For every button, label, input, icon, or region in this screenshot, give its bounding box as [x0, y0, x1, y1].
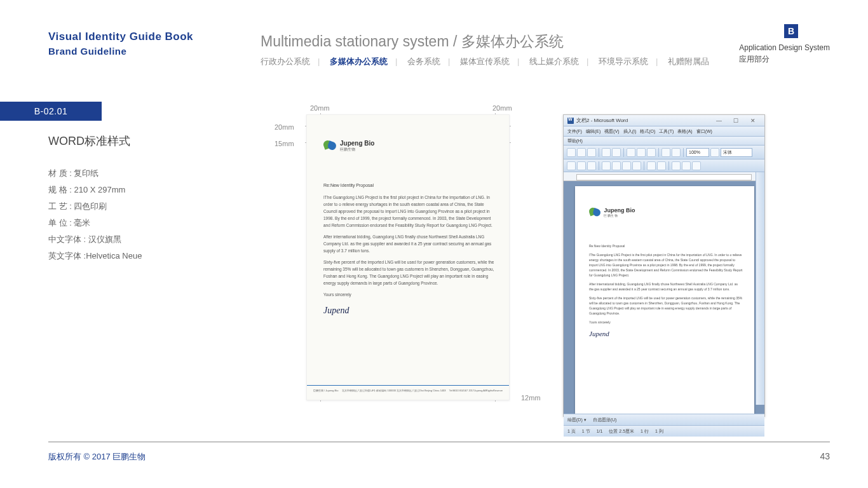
menu-item[interactable]: 格式(O) — [640, 128, 655, 135]
menu-item[interactable]: 窗口(W) — [696, 128, 712, 135]
brand-guideline: Brand Guideline — [48, 46, 193, 57]
save-icon[interactable] — [587, 148, 596, 157]
word-page[interactable]: Jupeng Bio巨鹏生物 Re:New Identity Proposal … — [575, 186, 754, 414]
nav-item-active[interactable]: 多媒体办公系统 — [330, 56, 388, 67]
nav-item[interactable]: 线上媒介系统 — [529, 56, 579, 67]
copyright: 版权所有 © 2017 巨鹏生物 — [48, 451, 146, 463]
print-icon[interactable] — [602, 148, 611, 157]
signature: Jupend — [589, 329, 743, 340]
signature: Jupend — [323, 303, 496, 318]
word-canvas[interactable]: Jupeng Bio巨鹏生物 Re:New Identity Proposal … — [564, 181, 764, 414]
nav-item[interactable]: 会务系统 — [407, 56, 440, 67]
logo-icon — [323, 139, 336, 152]
nav-item[interactable]: 行政办公系统 — [261, 56, 310, 67]
doc-subject: Re:New Identity Proposal — [323, 182, 496, 189]
document-body: Re:New Identity Proposal IThe Guangdong … — [589, 243, 743, 340]
vi-title: Visual Identity Guide Book — [48, 30, 193, 43]
doc-paragraph: After international bidding, Guangdong L… — [323, 233, 496, 254]
app-system-label: Application Design System 应用部分 — [739, 42, 830, 65]
scrollbar-vertical[interactable] — [756, 172, 764, 405]
document-body: Re:New Identity Proposal IThe Guangdong … — [323, 182, 496, 318]
spec-material: 材 质 : 复印纸 — [48, 165, 142, 182]
paste-icon[interactable] — [647, 148, 656, 157]
menu-item[interactable]: 表格(A) — [677, 128, 692, 135]
spec-font-cn: 中文字体 : 汉仪旗黑 — [48, 231, 142, 248]
word-title: 文档2 - Microsoft Word — [576, 117, 628, 124]
doc-closing: Yours sincerely — [589, 320, 743, 325]
word-statusbar: 绘图(D) ▾ 自选图形(U) — [564, 414, 764, 425]
word-titlebar: 文档2 - Microsoft Word — ☐ ✕ — [564, 115, 764, 126]
align-center-icon[interactable] — [612, 161, 621, 170]
word-menubar: 文件(F) 编辑(E) 视图(V) 插入(I) 格式(O) 工具(T) 表格(A… — [564, 126, 764, 137]
open-icon[interactable] — [577, 148, 586, 157]
word-format-toolbar — [564, 159, 764, 172]
spec-unit: 单 位 : 毫米 — [48, 215, 142, 231]
underline-icon[interactable] — [587, 161, 596, 170]
justify-icon[interactable] — [632, 161, 641, 170]
page-number: 43 — [820, 451, 830, 461]
font-dropdown[interactable]: 宋体 — [721, 148, 752, 157]
bold-icon[interactable] — [567, 161, 576, 170]
align-right-icon[interactable] — [622, 161, 631, 170]
menu-item[interactable]: 视图(V) — [604, 128, 619, 135]
autoshape-btn[interactable]: 自选图形(U) — [593, 417, 617, 423]
copy-icon[interactable] — [637, 148, 646, 157]
margin-label: 20mm — [310, 104, 330, 112]
menu-help[interactable]: 帮助(H) — [567, 138, 583, 144]
spec-font-en: 英文字体 :Helvetica Neue — [48, 248, 142, 264]
doc-paragraph: Sixty-five percent of the imported LNG w… — [323, 259, 496, 287]
numbering-icon[interactable] — [657, 161, 666, 170]
menu-item[interactable]: 插入(I) — [623, 128, 637, 135]
font-color-icon[interactable] — [692, 161, 701, 170]
doc-subject: Re:New Identity Proposal — [589, 243, 743, 248]
status-line: 1 行 — [641, 428, 649, 435]
margin-label: 20mm — [275, 123, 294, 131]
spec-list: 材 质 : 复印纸 规 格 : 210 X 297mm 工 艺 : 四色印刷 单… — [48, 165, 142, 264]
status-pages: 1/1 — [597, 429, 603, 433]
company-logo: Jupeng Bio巨鹏生物 — [589, 207, 635, 218]
section-title: WORD标准样式 — [48, 133, 130, 149]
spec-size: 规 格 : 210 X 297mm — [48, 182, 142, 198]
category-nav: 行政办公系统| 多媒体办公系统| 会务系统| 媒体宣传系统| 线上媒介系统| 环… — [261, 56, 709, 67]
margin-label: 20mm — [492, 104, 512, 112]
doc-closing: Yours sincerely — [323, 291, 496, 298]
menu-item[interactable]: 编辑(E) — [586, 128, 600, 135]
status-sec: 1 节 — [582, 428, 590, 435]
doc-footer: 巨鹏生物 / Jupeng Bio 北京市朝阳区八里庄街道1-8号 邮政编码 1… — [307, 385, 509, 392]
nav-item[interactable]: 媒体宣传系统 — [460, 56, 510, 67]
word-statusbar-2: 1 页 1 节 1/1 位置 2.5厘米 1 行 1 列 — [564, 425, 764, 437]
system-title: Multimedia stationary system / 多媒体办公系统 — [261, 32, 564, 51]
help-icon[interactable] — [710, 148, 719, 157]
italic-icon[interactable] — [577, 161, 586, 170]
align-left-icon[interactable] — [602, 161, 611, 170]
undo-icon[interactable] — [661, 148, 670, 157]
section-code-badge: B-02.01 — [0, 102, 102, 121]
word-ruler[interactable] — [564, 172, 764, 181]
menu-item[interactable]: 文件(F) — [567, 128, 582, 135]
preview-icon[interactable] — [612, 148, 621, 157]
redo-icon[interactable] — [672, 148, 681, 157]
zoom-dropdown[interactable]: 100% — [686, 148, 709, 157]
company-logo: Jupeng Bio巨鹏生物 — [323, 139, 374, 152]
word-app-icon — [567, 118, 574, 124]
footer-divider — [48, 442, 830, 442]
new-doc-icon[interactable] — [567, 148, 576, 157]
menu-item[interactable]: 工具(T) — [659, 128, 674, 135]
outdent-icon[interactable] — [682, 161, 691, 170]
doc-paragraph: IThe Guangdong LNG Project is the first … — [323, 194, 496, 229]
doc-paragraph: Sixty-five percent of the imported LNG w… — [589, 295, 743, 316]
word-toolbar: 100% 宋体 — [564, 146, 764, 159]
status-pos: 位置 2.5厘米 — [609, 428, 634, 435]
ms-word-window: 文档2 - Microsoft Word — ☐ ✕ 文件(F) 编辑(E) 视… — [563, 114, 765, 417]
doc-paragraph: After international bidding, Guangdong L… — [589, 281, 743, 292]
draw-btn[interactable]: 绘图(D) ▾ — [567, 417, 587, 423]
header-left: Visual Identity Guide Book Brand Guideli… — [48, 30, 193, 57]
indent-icon[interactable] — [672, 161, 681, 170]
letterhead-preview: Jupeng Bio巨鹏生物 Re:New Identity Proposal … — [306, 114, 510, 400]
window-controls[interactable]: — ☐ ✕ — [716, 118, 761, 124]
cut-icon[interactable] — [627, 148, 635, 157]
nav-item[interactable]: 礼赠附属品 — [668, 56, 709, 67]
nav-item[interactable]: 环境导示系统 — [599, 56, 648, 67]
doc-paragraph: IThe Guangdong LNG Project is the first … — [589, 252, 743, 278]
bullets-icon[interactable] — [647, 161, 656, 170]
